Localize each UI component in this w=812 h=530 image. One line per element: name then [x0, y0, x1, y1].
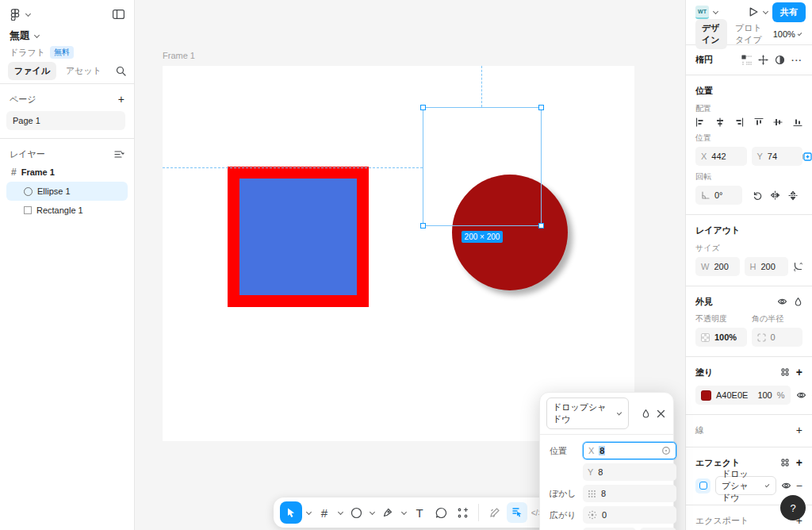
layer-item-rectangle[interactable]: Rectangle 1 — [6, 201, 128, 220]
mask-button[interactable] — [775, 55, 785, 65]
drop-shadow-popup: ドロップシャドウ 位置 X 8 Y 8 ぼかし 8 広がり 0 色 — [539, 392, 674, 530]
constrain-proportions-button[interactable] — [793, 262, 802, 271]
search-button[interactable] — [116, 66, 126, 76]
height-field[interactable]: H 200 — [745, 257, 789, 276]
avatar[interactable]: WT — [695, 6, 709, 19]
add-fill-button[interactable]: + — [796, 367, 802, 378]
absolute-position-button[interactable] — [802, 151, 812, 163]
page-item[interactable]: Page 1 — [6, 111, 125, 130]
shape-tool-button[interactable] — [347, 501, 366, 524]
x-position-field[interactable]: X 442 — [695, 147, 747, 166]
shadow-x-field[interactable]: X 8 — [583, 442, 676, 459]
rotate-button[interactable] — [752, 190, 762, 201]
shadow-type-dropdown[interactable]: ドロップシャドウ — [546, 398, 629, 429]
selection-box[interactable] — [423, 107, 542, 226]
zoom-level[interactable]: 100% — [773, 29, 795, 39]
rotation-field[interactable]: 0° — [695, 186, 742, 205]
actions-tool-button[interactable] — [453, 501, 472, 524]
y-position-field[interactable]: Y 74 — [752, 147, 803, 166]
effect-settings-button[interactable] — [695, 478, 710, 494]
align-v-center-button[interactable] — [773, 117, 783, 127]
draw-tool-button[interactable] — [485, 501, 504, 524]
resize-handle-bottom-right[interactable] — [538, 223, 544, 229]
main-menu-button[interactable] — [10, 8, 124, 21]
move-tool-button[interactable] — [280, 501, 302, 524]
add-page-button[interactable]: + — [118, 94, 124, 105]
chevron-down-icon[interactable] — [763, 8, 768, 13]
remove-effect-button[interactable]: − — [796, 479, 802, 492]
comment-tool-button[interactable] — [431, 501, 450, 524]
add-stroke-button[interactable]: + — [796, 424, 802, 436]
fill-color-swatch[interactable] — [701, 390, 711, 401]
layer-item-ellipse[interactable]: Ellipse 1 — [6, 182, 128, 201]
tab-prototype[interactable]: プロトタイプ — [729, 19, 770, 49]
share-button[interactable]: 共有 — [772, 2, 806, 22]
flip-vertical-button[interactable] — [788, 190, 798, 201]
effect-type-dropdown[interactable]: ドロップシャドウ — [715, 476, 776, 495]
fill-row[interactable]: A40E0E 100 % — [695, 386, 791, 405]
align-bottom-button[interactable] — [793, 117, 802, 127]
target-icon[interactable] — [661, 446, 671, 455]
frame-1[interactable] — [163, 66, 634, 441]
pen-tool-button[interactable] — [378, 501, 397, 524]
frame-title-label[interactable]: Frame 1 — [163, 51, 195, 60]
free-plan-badge[interactable]: 無料 — [50, 46, 74, 59]
tab-assets[interactable]: アセット — [59, 62, 108, 80]
add-effect-button[interactable]: + — [796, 457, 802, 468]
resize-handle-bottom-left[interactable] — [420, 223, 426, 229]
align-h-center-button[interactable] — [715, 117, 725, 127]
resize-handle-top-right[interactable] — [538, 105, 544, 110]
width-field[interactable]: W 200 — [695, 257, 740, 276]
flip-horizontal-button[interactable] — [770, 190, 780, 200]
align-right-button[interactable] — [734, 117, 744, 127]
dev-mode-toggle[interactable] — [507, 502, 527, 523]
constraints-button[interactable] — [758, 55, 768, 65]
chevron-down-icon[interactable] — [713, 8, 718, 13]
layer-options-button[interactable] — [114, 150, 124, 159]
frame-tool-button[interactable]: # — [315, 501, 334, 524]
present-button[interactable] — [748, 6, 759, 17]
align-right-icon — [734, 117, 744, 127]
visibility-button[interactable] — [777, 297, 787, 306]
frame-tool-menu[interactable] — [337, 509, 343, 514]
pencil-icon — [489, 507, 500, 518]
align-left-button[interactable] — [695, 117, 705, 127]
tab-design[interactable]: デザイン — [695, 19, 727, 49]
y-label: Y — [757, 152, 763, 161]
shadow-y-field[interactable]: Y 8 — [583, 463, 676, 481]
document-title-row[interactable]: 無題 — [10, 29, 124, 43]
layer-item-frame[interactable]: # Frame 1 — [6, 163, 128, 182]
resize-handle-top-left[interactable] — [420, 105, 426, 110]
blend-mode-button[interactable] — [794, 297, 802, 307]
appearance-section: 外見 不透明度 角の半径 100% 0 — [686, 286, 812, 357]
popup-close-button[interactable] — [657, 409, 665, 418]
inspector-panel: WT 共有 デザイン プロトタイプ 100% 楕円 — [685, 0, 812, 530]
corner-radius-field[interactable]: 0 — [752, 328, 803, 347]
more-options-button[interactable]: ··· — [791, 56, 802, 65]
opacity-field[interactable]: 100% — [695, 328, 747, 347]
tab-file[interactable]: ファイル — [8, 62, 56, 80]
align-top-button[interactable] — [754, 117, 764, 127]
chevron-down-icon — [765, 482, 770, 487]
effect-visibility-button[interactable] — [781, 481, 791, 490]
layer-name: Frame 1 — [21, 167, 55, 177]
rectangle-1-shape[interactable] — [228, 167, 369, 307]
toggle-panel-button[interactable] — [113, 10, 124, 19]
help-button[interactable]: ? — [780, 495, 806, 520]
chevron-down-icon[interactable] — [798, 31, 802, 36]
blur-icon — [588, 490, 596, 498]
pen-tool-menu[interactable] — [400, 509, 406, 514]
eye-icon — [777, 297, 787, 306]
shadow-spread-field[interactable]: 0 — [583, 506, 676, 524]
text-tool-button[interactable]: T — [410, 501, 429, 524]
angle-icon — [701, 191, 710, 200]
component-button[interactable] — [741, 55, 752, 65]
popup-blend-button[interactable] — [642, 409, 650, 419]
shadow-blur-field[interactable]: 8 — [583, 485, 676, 502]
fill-styles-button[interactable] — [780, 367, 790, 377]
move-tool-menu[interactable] — [305, 509, 311, 514]
fill-visibility-button[interactable] — [796, 390, 806, 400]
h-label: H — [750, 262, 756, 271]
shape-tool-menu[interactable] — [369, 509, 374, 514]
effect-styles-button[interactable] — [780, 458, 790, 467]
